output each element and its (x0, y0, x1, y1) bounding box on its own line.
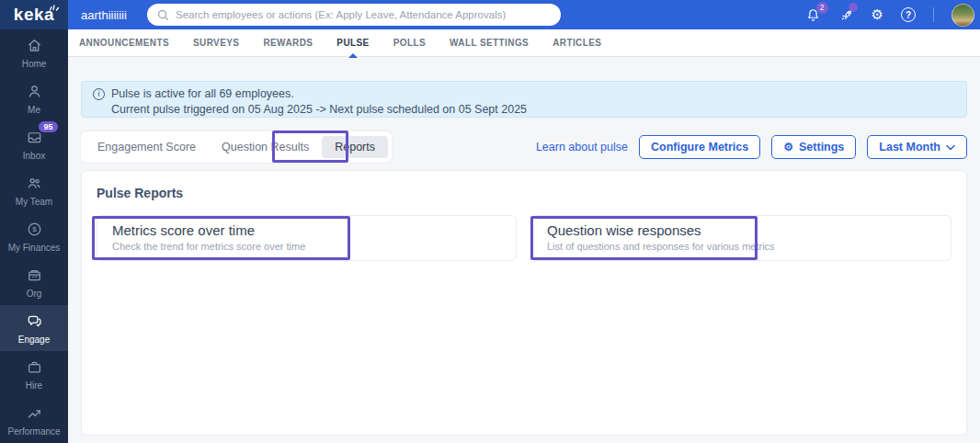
sidebar-item-home[interactable]: Home (0, 29, 68, 75)
sidebar-item-me[interactable]: Me (0, 75, 68, 121)
whats-new-button[interactable] (838, 7, 854, 23)
search-input[interactable] (176, 9, 551, 20)
notification-badge: 2 (816, 2, 828, 14)
sidebar-item-engage[interactable]: Engage (0, 305, 68, 351)
tab-question-results[interactable]: Question Results (209, 136, 322, 158)
home-icon (26, 37, 43, 54)
notifications-button[interactable]: 2 (805, 7, 821, 23)
main-content: i Pulse is active for all 69 employees. … (68, 57, 980, 443)
help-icon: ? (901, 7, 916, 22)
whats-new-dot-badge (849, 3, 858, 12)
performance-icon (26, 404, 43, 422)
logo-spark-icon (49, 3, 59, 11)
settings-button[interactable]: Settings (771, 135, 856, 159)
tab-pulse[interactable]: PULSE (336, 29, 369, 57)
avatar[interactable] (952, 4, 974, 27)
settings-header-button[interactable] (872, 6, 883, 23)
inbox-icon: 95 (26, 129, 43, 146)
gear-icon (783, 141, 793, 153)
pulse-reports-panel: Pulse Reports Metrics score over time Ch… (81, 170, 967, 436)
report-card-question-wise[interactable]: Question wise responses List of question… (531, 215, 952, 261)
app-header: aarthiiiiiii 2 ? (68, 0, 980, 29)
pulse-info-banner: i Pulse is active for all 69 employees. … (81, 81, 967, 118)
header-divider (933, 7, 934, 22)
tab-announcements[interactable]: ANNOUNCEMENTS (79, 29, 169, 57)
global-search[interactable] (147, 4, 561, 26)
inbox-count-badge: 95 (39, 121, 57, 132)
engage-tab-bar: ANNOUNCEMENTS SURVEYS REWARDS PULSE POLL… (68, 29, 980, 57)
hire-icon (26, 358, 43, 376)
sidebar-item-org[interactable]: Org (0, 259, 68, 305)
learn-about-pulse-link[interactable]: Learn about pulse (536, 141, 628, 153)
sidebar-item-inbox[interactable]: 95 Inbox (0, 121, 68, 167)
pulse-sub-tabs: Engagement Score Question Results Report… (81, 131, 392, 163)
org-icon (26, 267, 43, 284)
finances-icon: $ (26, 221, 43, 238)
tab-articles[interactable]: ARTICLES (553, 29, 601, 57)
tab-engagement-score[interactable]: Engagement Score (85, 136, 209, 158)
search-icon (157, 9, 169, 21)
sidebar-item-performance[interactable]: Performance (0, 397, 68, 443)
tab-wall-settings[interactable]: WALL SETTINGS (450, 29, 529, 57)
keka-logo[interactable]: keka (0, 0, 68, 29)
tab-polls[interactable]: POLLS (393, 29, 426, 57)
report-card-metrics-score[interactable]: Metrics score over time Check the trend … (97, 215, 517, 261)
pulse-controls-row: Engagement Score Question Results Report… (81, 131, 967, 163)
engage-icon (26, 312, 43, 330)
main-sidebar: Home Me 95 Inbox My Team $ My Finances O… (0, 29, 68, 443)
info-icon: i (93, 88, 105, 100)
section-title: Pulse Reports (97, 186, 952, 200)
period-dropdown[interactable]: Last Month (867, 135, 967, 159)
sidebar-item-hire[interactable]: Hire (0, 351, 68, 397)
banner-line2: Current pulse triggered on 05 Aug 2025 -… (111, 103, 955, 116)
svg-text:$: $ (32, 225, 37, 233)
gear-icon (872, 6, 883, 23)
help-button[interactable]: ? (901, 7, 916, 22)
banner-line1: Pulse is active for all 69 employees. (111, 87, 294, 100)
sidebar-item-my-finances[interactable]: $ My Finances (0, 213, 68, 259)
team-icon (26, 175, 43, 192)
configure-metrics-button[interactable]: Configure Metrics (639, 135, 760, 159)
user-icon (26, 83, 43, 100)
tab-rewards[interactable]: REWARDS (263, 29, 313, 57)
chevron-down-icon (946, 144, 955, 151)
header-username: aarthiiiiiii (81, 0, 127, 29)
tab-reports[interactable]: Reports (322, 136, 388, 158)
tab-surveys[interactable]: SURVEYS (193, 29, 239, 57)
sidebar-item-my-team[interactable]: My Team (0, 167, 68, 213)
